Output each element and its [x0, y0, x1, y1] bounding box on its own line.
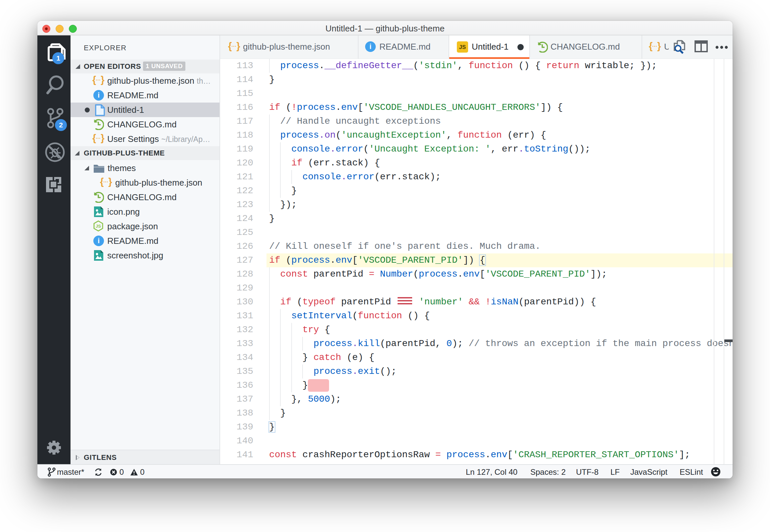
svg-text:JS: JS: [96, 224, 101, 229]
